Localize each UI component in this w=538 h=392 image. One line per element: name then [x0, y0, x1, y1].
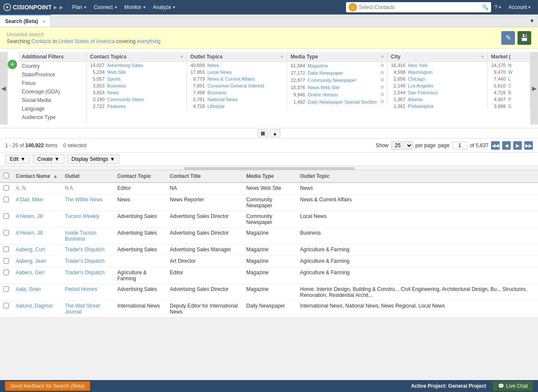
gear-icon[interactable]: ⚙: [380, 77, 384, 83]
per-page-select[interactable]: 10 25 50 100: [391, 141, 413, 150]
list-item[interactable]: 5,781National News: [187, 96, 287, 103]
search-icon[interactable]: 🔍: [482, 4, 489, 10]
list-item[interactable]: 4,728B: [488, 89, 530, 96]
row-checkbox[interactable]: [3, 286, 9, 292]
list-item[interactable]: 9,779News & Current Affairs: [187, 75, 287, 82]
contact-name-link[interactable]: A'Dair, Mike: [16, 197, 43, 203]
row-checkbox[interactable]: [3, 213, 9, 219]
add-filter-button[interactable]: +: [8, 60, 17, 69]
list-item[interactable]: 15,376News Web Site⚙: [287, 84, 387, 91]
list-item[interactable]: 61,584Magazine⚙: [287, 62, 387, 69]
tab-search-beta[interactable]: Search (Beta) ×: [0, 15, 51, 27]
outlet-topics-scroll[interactable]: ▿: [281, 54, 283, 60]
list-item[interactable]: 24,170N: [488, 62, 530, 69]
row-checkbox[interactable]: [3, 247, 9, 252]
contact-name-link[interactable]: Aaberg, Jean: [16, 258, 46, 264]
outlet-link[interactable]: Trader's Dispatch: [65, 270, 105, 276]
list-item[interactable]: 7,691Consumer General Interest: [187, 82, 287, 89]
create-button[interactable]: Create ▼: [33, 154, 64, 164]
list-item[interactable]: 5,234Web Site: [87, 69, 186, 75]
filter-social-media[interactable]: Social Media: [18, 96, 86, 105]
collapse-filters-button[interactable]: ▲: [270, 129, 280, 137]
list-item[interactable]: 1,367Atlanta: [387, 96, 487, 103]
edit-button[interactable]: Edit ▼: [5, 154, 30, 164]
outlet-link[interactable]: N A: [65, 185, 73, 191]
list-item[interactable]: 14,027Advertising Sales: [87, 62, 186, 69]
page-input[interactable]: [452, 142, 468, 149]
contact-name-link[interactable]: A'Hearn, Jill: [16, 230, 43, 236]
row-checkbox[interactable]: [3, 270, 9, 275]
list-item[interactable]: 40,699News: [187, 62, 287, 69]
row-checkbox[interactable]: [3, 303, 9, 308]
col-contact-name[interactable]: Contact Name ▲: [12, 170, 61, 183]
list-item[interactable]: 9,470W: [488, 69, 530, 75]
list-item[interactable]: 7,498Business: [187, 89, 287, 96]
list-item[interactable]: 27,172Daily Newspaper⚙: [287, 69, 387, 76]
list-item[interactable]: 9,946Online Version⚙: [287, 91, 387, 98]
next-page-button[interactable]: ▶: [513, 141, 522, 150]
edit-search-button[interactable]: ✎: [501, 31, 515, 45]
contacts-link[interactable]: Contacts: [31, 38, 51, 44]
help-button[interactable]: ? ▼: [491, 3, 505, 12]
filter-next-button[interactable]: ▶: [530, 52, 538, 125]
row-checkbox[interactable]: [3, 197, 9, 202]
list-item[interactable]: 2,656Chicago: [387, 75, 487, 82]
outlet-link[interactable]: Trader's Dispatch: [65, 258, 105, 264]
list-item[interactable]: 22,877Community Newspaper⚙: [287, 76, 387, 84]
filter-language[interactable]: Language: [18, 105, 86, 113]
list-item[interactable]: 17,855Local News: [187, 69, 287, 75]
contact-topics-scroll[interactable]: ▿: [180, 54, 183, 60]
list-item[interactable]: 7,440L: [488, 75, 530, 82]
outlet-link[interactable]: The Willits News: [65, 197, 103, 203]
gear-icon[interactable]: ⚙: [380, 84, 384, 90]
filter-prev-button[interactable]: ◀: [0, 52, 8, 125]
list-item[interactable]: 2,149Los Angeles: [387, 82, 487, 89]
list-item[interactable]: 5,610C: [488, 82, 530, 89]
tab-dropdown[interactable]: ▼: [526, 15, 538, 27]
contact-name-link[interactable]: Aala, Sean: [16, 286, 41, 292]
list-item[interactable]: 1,544San Francisco: [387, 89, 487, 96]
filter-country[interactable]: Country: [18, 62, 86, 70]
list-item[interactable]: 4,598Washington: [387, 69, 487, 75]
display-settings-button[interactable]: Display Settings ▼: [67, 154, 120, 164]
list-item[interactable]: 2,722Features: [87, 103, 186, 110]
nav-analyze[interactable]: Analyze ▼: [149, 3, 179, 12]
prev-page-button[interactable]: ◀: [502, 141, 511, 150]
outlet-link[interactable]: The Wall Street Journal: [65, 303, 100, 315]
select-all-checkbox[interactable]: [3, 173, 9, 178]
row-checkbox[interactable]: [3, 258, 9, 264]
list-item[interactable]: 1,362Philadelphia: [387, 103, 487, 110]
nav-connect[interactable]: Connect ▼: [90, 3, 121, 12]
contact-name-link[interactable]: A'Hearn, Jill: [16, 213, 43, 219]
feedback-button[interactable]: Send feedback for Search (Beta): [5, 381, 90, 391]
gear-icon[interactable]: ⚙: [380, 92, 384, 97]
outlet-link[interactable]: Trader's Dispatch: [65, 247, 105, 253]
contact-name-link[interactable]: Aalund, Dagmar: [16, 303, 53, 309]
list-item[interactable]: 3,653Business: [87, 82, 186, 89]
tab-close-icon[interactable]: ×: [42, 19, 45, 24]
list-item[interactable]: 4,407P: [488, 96, 530, 103]
list-item[interactable]: 5,057Sports: [87, 75, 186, 82]
horizontal-scroll-area[interactable]: [0, 166, 538, 170]
contact-name-link[interactable]: Aaberg, Curt: [16, 247, 45, 253]
outlet-link[interactable]: Period Homes: [65, 286, 97, 292]
live-chat-button[interactable]: 💬 Live Chat: [493, 381, 533, 391]
last-page-button[interactable]: ▶▶: [524, 141, 533, 150]
list-item[interactable]: 3,654News: [87, 89, 186, 96]
gear-icon[interactable]: ⚙: [380, 70, 384, 75]
list-item[interactable]: 3,998S: [488, 103, 530, 110]
list-item[interactable]: 3,190Community News: [87, 96, 186, 103]
account-button[interactable]: Account ▼: [505, 3, 535, 12]
collapse-table-button[interactable]: ▦: [258, 129, 268, 137]
save-search-button[interactable]: 💾: [518, 31, 531, 45]
outlet-link[interactable]: Tucson Weekly: [65, 213, 99, 219]
gear-icon[interactable]: ⚙: [380, 63, 384, 68]
city-scroll[interactable]: ▿: [481, 54, 484, 60]
list-item[interactable]: 1,492Daily Newspaper Special Section⚙: [287, 98, 387, 105]
filter-audience-type[interactable]: Audience Type: [18, 113, 86, 122]
outlet-link[interactable]: Inside Tucson Business: [65, 230, 96, 242]
filter-state[interactable]: State/Province: [18, 70, 86, 79]
nav-monitor[interactable]: Monitor ▼: [121, 3, 149, 12]
everything-link[interactable]: everything: [137, 38, 160, 44]
list-item[interactable]: 4,728Lifestyle: [187, 103, 287, 110]
